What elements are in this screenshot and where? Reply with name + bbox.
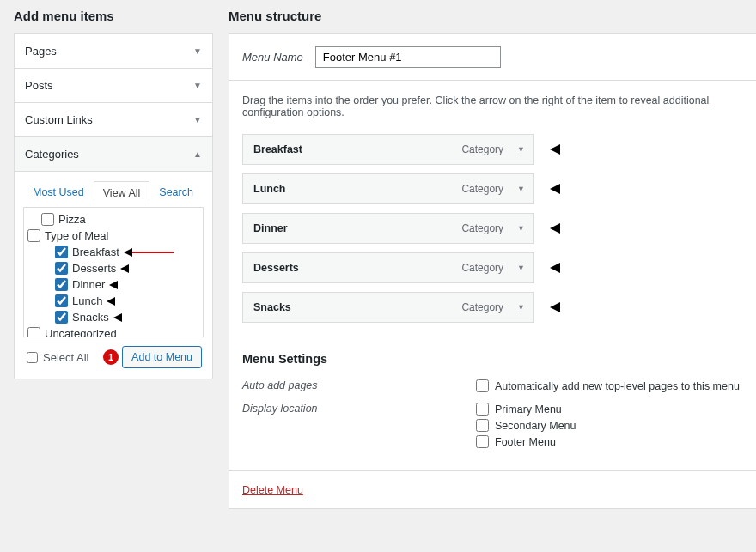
- chevron-down-icon: ▼: [193, 46, 202, 56]
- pages-panel[interactable]: Pages▼: [14, 33, 213, 69]
- loc-secondary-checkbox[interactable]: [476, 419, 489, 432]
- menu-item-lunch[interactable]: Lunch Category ▼: [242, 173, 534, 204]
- loc-footer-text: Footer Menu: [495, 436, 556, 448]
- tab-view-all[interactable]: View All: [94, 181, 150, 204]
- select-all-label: Select All: [43, 351, 88, 364]
- loc-secondary-text: Secondary Menu: [495, 420, 576, 432]
- auto-add-pages-label: Auto add pages: [242, 378, 476, 394]
- add-menu-items-title: Add menu items: [14, 0, 213, 33]
- tab-most-used[interactable]: Most Used: [23, 180, 94, 203]
- menu-item-label: Breakfast: [253, 143, 461, 155]
- arrow-red-icon: [550, 301, 636, 313]
- menu-item-label: Desserts: [253, 262, 461, 274]
- loc-footer-checkbox[interactable]: [476, 435, 489, 448]
- menu-name-input[interactable]: [315, 46, 501, 68]
- cat-snacks-label: Snacks: [72, 311, 109, 324]
- categories-tabs: Most Used View All Search: [23, 180, 204, 203]
- chevron-down-icon[interactable]: ▼: [517, 264, 525, 272]
- svg-marker-11: [550, 144, 560, 155]
- delete-menu-link[interactable]: Delete Menu: [242, 484, 303, 496]
- loc-primary-checkbox[interactable]: [476, 403, 489, 416]
- custom-links-panel[interactable]: Custom Links▼: [14, 102, 213, 137]
- cat-type-of-meal-checkbox[interactable]: [27, 229, 40, 242]
- svg-marker-9: [113, 313, 122, 322]
- menu-structure-title: Menu structure: [229, 0, 756, 33]
- cat-uncategorized-label: Uncategorized: [45, 327, 117, 337]
- arrow-red-icon: [550, 262, 636, 274]
- cat-lunch-checkbox[interactable]: [55, 294, 68, 307]
- loc-secondary-option[interactable]: Secondary Menu: [476, 417, 742, 434]
- chevron-down-icon[interactable]: ▼: [517, 185, 525, 193]
- cat-lunch-label: Lunch: [72, 294, 102, 307]
- menu-item-label: Snacks: [253, 301, 461, 313]
- select-all[interactable]: Select All: [27, 351, 88, 364]
- chevron-down-icon[interactable]: ▼: [517, 224, 525, 233]
- arrow-red-icon: [124, 247, 175, 258]
- svg-marker-15: [550, 223, 560, 234]
- arrow-red-icon: [107, 296, 158, 306]
- menu-item-type: Category: [461, 262, 503, 274]
- menu-name-label: Menu Name: [242, 51, 303, 64]
- arrow-red-icon: [113, 312, 165, 323]
- menu-name-bar: Menu Name: [229, 34, 756, 81]
- display-location-label: Display location: [242, 401, 476, 450]
- menu-item-type: Category: [461, 183, 503, 195]
- cat-uncategorized-checkbox[interactable]: [27, 327, 40, 337]
- menu-item-desserts[interactable]: Desserts Category ▼: [242, 252, 534, 283]
- categories-panel-label: Categories: [25, 148, 79, 161]
- svg-marker-7: [107, 297, 115, 306]
- chevron-down-icon[interactable]: ▼: [517, 303, 525, 312]
- cat-snacks-checkbox[interactable]: [55, 311, 68, 324]
- menu-item-snacks[interactable]: Snacks Category ▼: [242, 292, 534, 323]
- step-badge: 1: [103, 349, 119, 365]
- loc-primary-option[interactable]: Primary Menu: [476, 401, 742, 417]
- menu-item-label: Dinner: [253, 222, 461, 234]
- svg-marker-13: [550, 184, 560, 194]
- tab-search[interactable]: Search: [149, 180, 203, 203]
- svg-marker-5: [109, 281, 118, 289]
- svg-marker-17: [550, 263, 560, 273]
- chevron-down-icon: ▼: [193, 81, 202, 90]
- arrow-red-icon: [550, 222, 636, 234]
- cat-pizza-label: Pizza: [58, 213, 86, 226]
- pages-panel-label: Pages: [25, 45, 57, 58]
- menu-item-breakfast[interactable]: Breakfast Category ▼: [242, 134, 534, 165]
- arrow-red-icon: [120, 264, 172, 274]
- auto-add-pages-checkbox[interactable]: [476, 379, 489, 392]
- chevron-up-icon: ▲: [193, 149, 202, 159]
- cat-breakfast-checkbox[interactable]: [55, 246, 68, 258]
- cat-desserts-label: Desserts: [72, 262, 116, 275]
- cat-desserts-checkbox[interactable]: [55, 262, 68, 275]
- menu-item-type: Category: [461, 301, 503, 313]
- chevron-down-icon[interactable]: ▼: [517, 145, 525, 154]
- add-to-menu-button[interactable]: Add to Menu: [122, 346, 202, 368]
- cat-dinner-checkbox[interactable]: [55, 278, 68, 291]
- cat-pizza-checkbox[interactable]: [41, 213, 54, 226]
- categories-panel: Categories▲ Most Used View All Search Pi…: [14, 136, 213, 379]
- loc-primary-text: Primary Menu: [495, 403, 562, 416]
- custom-links-panel-label: Custom Links: [25, 113, 93, 126]
- loc-footer-option[interactable]: Footer Menu: [476, 434, 742, 450]
- categories-panel-header[interactable]: Categories▲: [15, 137, 212, 172]
- menu-item-dinner[interactable]: Dinner Category ▼: [242, 213, 534, 244]
- posts-panel-label: Posts: [25, 79, 53, 92]
- cat-dinner-label: Dinner: [72, 278, 105, 291]
- auto-add-pages-option[interactable]: Automatically add new top-level pages to…: [476, 378, 742, 394]
- cat-breakfast-label: Breakfast: [72, 246, 119, 258]
- menu-item-type: Category: [461, 222, 503, 234]
- menu-instructions: Drag the items into the order you prefer…: [242, 94, 742, 118]
- categories-list[interactable]: Pizza Type of Meal Breakfast Desserts Di…: [23, 207, 204, 337]
- svg-marker-1: [124, 248, 132, 257]
- menu-item-type: Category: [461, 143, 503, 155]
- menu-settings-heading: Menu Settings: [242, 352, 742, 366]
- select-all-checkbox[interactable]: [27, 352, 38, 363]
- arrow-red-icon: [550, 143, 636, 155]
- arrow-red-icon: [550, 183, 636, 195]
- svg-marker-19: [550, 302, 560, 312]
- chevron-down-icon: ▼: [193, 115, 202, 124]
- cat-type-of-meal-label: Type of Meal: [45, 229, 108, 242]
- posts-panel[interactable]: Posts▼: [14, 68, 213, 103]
- arrow-red-icon: [109, 280, 161, 290]
- menu-item-label: Lunch: [253, 183, 461, 195]
- auto-add-pages-text: Automatically add new top-level pages to…: [495, 380, 740, 392]
